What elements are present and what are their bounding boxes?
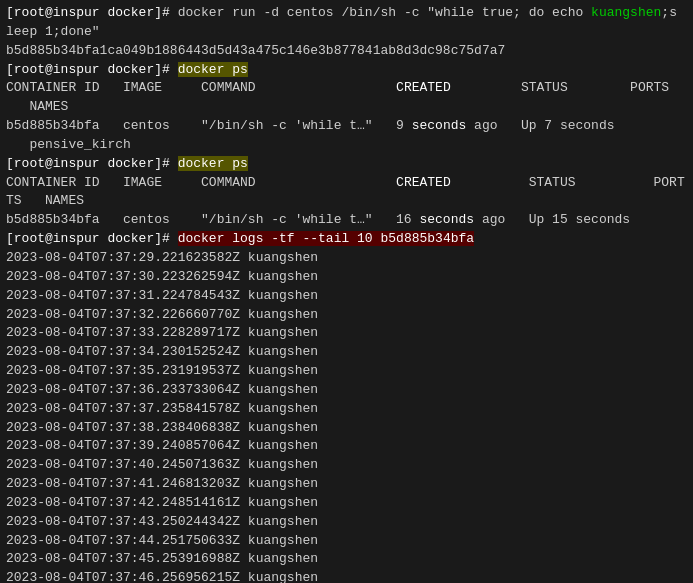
created-header-2: CREATED: [396, 175, 451, 190]
prompt-13: [root@inspur docker]#: [6, 231, 178, 246]
cmd-logs: docker logs -tf --tail 10 b5d885b34bfa: [178, 231, 474, 246]
cmd-run: docker run -d centos /bin/sh -c "while t…: [178, 5, 591, 20]
seconds-2: seconds: [419, 212, 474, 227]
log-line-6: 2023-08-04T07:37:34.230152524Z kuangshen: [6, 343, 687, 362]
line-7: b5d885b34bfa centos "/bin/sh -c 'while t…: [6, 117, 687, 136]
cmd-ps-1: docker ps: [178, 62, 248, 77]
log-line-12: 2023-08-04T07:37:40.245071363Z kuangshen: [6, 456, 687, 475]
line-12: b5d885b34bfa centos "/bin/sh -c 'while t…: [6, 211, 687, 230]
created-header-1: CREATED: [396, 80, 451, 95]
line-8: pensive_kirch: [6, 136, 687, 155]
line-6: NAMES: [6, 98, 687, 117]
line-10: CONTAINER ID IMAGE COMMAND CREATED STATU…: [6, 174, 687, 193]
echo-arg: kuangshen: [591, 5, 661, 20]
log-line-13: 2023-08-04T07:37:41.246813203Z kuangshen: [6, 475, 687, 494]
prompt-1: [root@inspur docker]#: [6, 5, 178, 20]
line-3: b5d885b34bfa1ca049b1886443d5d43a475c146e…: [6, 42, 687, 61]
log-line-5: 2023-08-04T07:37:33.228289717Z kuangshen: [6, 324, 687, 343]
line-11: TS NAMES: [6, 192, 687, 211]
log-line-3: 2023-08-04T07:37:31.224784543Z kuangshen: [6, 287, 687, 306]
log-line-14: 2023-08-04T07:37:42.248514161Z kuangshen: [6, 494, 687, 513]
line-5: CONTAINER ID IMAGE COMMAND CREATED STATU…: [6, 79, 687, 98]
seconds-1: seconds: [412, 118, 467, 133]
log-line-18: 2023-08-04T07:37:46.256956215Z kuangshen: [6, 569, 687, 583]
line-4: [root@inspur docker]# docker ps: [6, 61, 687, 80]
line-2: leep 1;done": [6, 23, 687, 42]
log-line-11: 2023-08-04T07:37:39.240857064Z kuangshen: [6, 437, 687, 456]
log-line-16: 2023-08-04T07:37:44.251750633Z kuangshen: [6, 532, 687, 551]
log-line-2: 2023-08-04T07:37:30.223262594Z kuangshen: [6, 268, 687, 287]
line-13: [root@inspur docker]# docker logs -tf --…: [6, 230, 687, 249]
log-line-15: 2023-08-04T07:37:43.250244342Z kuangshen: [6, 513, 687, 532]
log-line-17: 2023-08-04T07:37:45.253916988Z kuangshen: [6, 550, 687, 569]
log-line-7: 2023-08-04T07:37:35.231919537Z kuangshen: [6, 362, 687, 381]
line-1: [root@inspur docker]# docker run -d cent…: [6, 4, 687, 23]
prompt-4: [root@inspur docker]#: [6, 62, 178, 77]
cmd-run-2: ;s: [661, 5, 677, 20]
prompt-9: [root@inspur docker]#: [6, 156, 178, 171]
log-line-4: 2023-08-04T07:37:32.226660770Z kuangshen: [6, 306, 687, 325]
log-line-8: 2023-08-04T07:37:36.233733064Z kuangshen: [6, 381, 687, 400]
terminal: [root@inspur docker]# docker run -d cent…: [0, 0, 693, 583]
log-line-9: 2023-08-04T07:37:37.235841578Z kuangshen: [6, 400, 687, 419]
log-line-10: 2023-08-04T07:37:38.238406838Z kuangshen: [6, 419, 687, 438]
cmd-ps-2: docker ps: [178, 156, 248, 171]
line-9: [root@inspur docker]# docker ps: [6, 155, 687, 174]
log-line-1: 2023-08-04T07:37:29.221623582Z kuangshen: [6, 249, 687, 268]
